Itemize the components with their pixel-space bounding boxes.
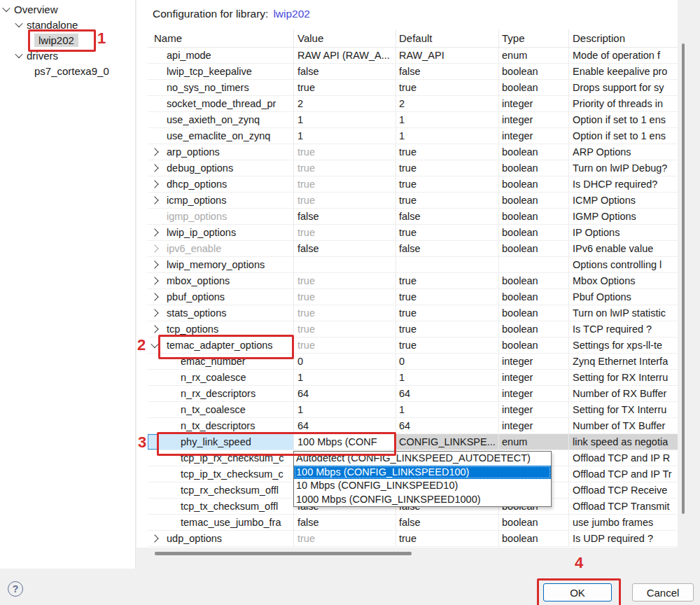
cell-text: true: [298, 307, 315, 319]
chevron-right-icon[interactable]: [150, 180, 158, 188]
cell-text: boolean: [502, 227, 538, 238]
column-header-type: Type: [499, 29, 569, 47]
type-cell: boolean: [499, 64, 569, 79]
chevron-right-icon[interactable]: [150, 228, 158, 236]
cell-text: tcp_ip_tx_checksum_c: [181, 468, 284, 480]
table-row-n_rx_coalesce[interactable]: n_rx_coalesce11integerSetting for RX Int…: [148, 370, 678, 386]
cell-text: n_tx_descriptors: [181, 420, 255, 431]
description-cell: Offload TCP and IP R: [569, 450, 678, 466]
chevron-right-icon[interactable]: [150, 534, 158, 542]
table-row-pbuf_options[interactable]: pbuf_optionstruetruebooleanPbuf Options: [148, 289, 678, 305]
cell-text: false: [399, 66, 421, 77]
table-row-mbox_options[interactable]: mbox_optionstruetruebooleanMbox Options: [148, 273, 678, 289]
table-row-use_emaclite_on_zynq[interactable]: use_emaclite_on_zynq11integerOption if s…: [148, 128, 678, 144]
default-cell: 1: [396, 112, 499, 127]
default-cell: true: [396, 160, 499, 176]
description-cell: Is UDP required ?: [569, 531, 678, 546]
cell-text: boolean: [502, 162, 538, 174]
name-cell: lwip_ip_options: [159, 225, 294, 240]
chevron-right-icon[interactable]: [150, 325, 158, 333]
table-row-debug_options[interactable]: debug_optionstruetruebooleanTurn on lwIP…: [148, 160, 678, 176]
table-row-arp_options[interactable]: arp_optionstruetruebooleanARP Options: [148, 144, 678, 160]
cell-text: Mode of operation f: [573, 50, 660, 61]
chevron-right-icon[interactable]: [150, 293, 158, 300]
table-row-dhcp_options[interactable]: dhcp_optionstruetruebooleanIs DHCP requi…: [148, 176, 678, 193]
cell-text: CONFIG_LINKSPE...: [399, 436, 496, 447]
annotation-number-1: 1: [97, 29, 106, 48]
table-row-temac_use_jumbo_fra[interactable]: temac_use_jumbo_frafalsefalsebooleanuse …: [148, 515, 678, 531]
row-gutter: [148, 96, 159, 111]
table-row-icmp_options[interactable]: icmp_optionstruetruebooleanICMP Options: [148, 193, 678, 209]
cell-text: Setting for RX Interru: [573, 372, 668, 383]
default-cell: true: [396, 273, 499, 288]
cell-text: Offload TCP and IP Tr: [573, 468, 672, 480]
cell-text: true: [298, 340, 315, 351]
chevron-right-icon[interactable]: [150, 148, 158, 155]
cell-text: use jumbo frames: [573, 517, 653, 528]
cell-text: integer: [502, 404, 533, 415]
help-button[interactable]: ?: [8, 581, 23, 597]
table-row-lwip_memory_options[interactable]: lwip_memory_optionsOptions controlling l: [148, 257, 678, 273]
cell-text: true: [298, 275, 315, 286]
cell-text: 2: [399, 98, 405, 109]
chevron-right-icon[interactable]: [150, 244, 158, 252]
value-cell: true: [294, 338, 396, 353]
chevron-down-icon[interactable]: [2, 4, 10, 12]
row-gutter: [148, 402, 159, 417]
cell-text: IP Options: [573, 227, 620, 238]
cell-text: 1: [399, 404, 405, 415]
table-row-api_mode[interactable]: api_modeRAW API (RAW_A...RAW_APIenumMode…: [148, 48, 678, 64]
table-row-stats_options[interactable]: stats_optionstruetruebooleanTurn on lwIP…: [148, 305, 678, 321]
name-cell: socket_mode_thread_pr: [159, 96, 294, 111]
table-row-use_axieth_on_zynq[interactable]: use_axieth_on_zynq11integerOption if set…: [148, 112, 678, 128]
name-cell: temac_use_jumbo_fra: [159, 515, 294, 530]
table-row-n_tx_coalesce[interactable]: n_tx_coalesce11integerSetting for TX Int…: [148, 402, 678, 418]
cell-text: Zynq Ethernet Interfa: [573, 356, 668, 367]
value-cell: true: [294, 321, 396, 337]
cell-text: 1: [298, 130, 303, 141]
table-row-socket_mode_thread_pr[interactable]: socket_mode_thread_pr22integerPriority o…: [148, 96, 678, 112]
default-cell: true: [396, 176, 499, 192]
chevron-right-icon[interactable]: [150, 260, 158, 268]
library-link[interactable]: lwip202: [273, 8, 310, 20]
cell-text: boolean: [502, 307, 538, 319]
row-gutter: [148, 386, 159, 401]
tree-item-ps7_cortexa9_0[interactable]: ps7_cortexa9_0: [0, 63, 135, 78]
cell-text: lwip_ip_options: [167, 227, 236, 238]
cell-text: IGMP Options: [573, 211, 636, 222]
table-row-udp_options[interactable]: udp_optionstruetruebooleanIs UDP require…: [148, 531, 678, 547]
type-cell: boolean: [499, 176, 569, 192]
dropdown-option[interactable]: 100 Mbps (CONFIG_LINKSPEED100): [294, 466, 551, 480]
table-row-ipv6_enable[interactable]: ipv6_enablefalsefalsebooleanIPv6 enable …: [148, 241, 678, 257]
cell-text: Offload TCP and IP R: [573, 452, 670, 464]
row-gutter: [148, 209, 159, 224]
table-row-igmp_options[interactable]: igmp_optionsfalsefalsebooleanIGMP Option…: [148, 209, 678, 225]
vertical-scrollbar[interactable]: [682, 43, 685, 514]
tree-item-Overview[interactable]: Overview: [0, 1, 135, 17]
dropdown-option[interactable]: 1000 Mbps (CONFIG_LINKSPEED1000): [294, 493, 551, 507]
chevron-right-icon[interactable]: [150, 196, 158, 204]
horizontal-scrollbar[interactable]: [155, 552, 412, 555]
description-cell: Offload TCP Transmit: [569, 499, 678, 514]
cancel-button[interactable]: Cancel: [632, 583, 694, 601]
chevron-down-icon[interactable]: [15, 50, 22, 58]
chevron-right-icon[interactable]: [150, 309, 158, 317]
chevron-right-icon[interactable]: [150, 164, 158, 172]
chevron-down-icon[interactable]: [15, 20, 22, 27]
table-row-n_rx_descriptors[interactable]: n_rx_descriptors6464integerNumber of RX …: [148, 386, 678, 402]
dropdown-option[interactable]: 10 Mbps (CONFIG_LINKSPEED10): [294, 479, 551, 493]
value-cell: true: [294, 160, 396, 176]
table-row-lwip_tcp_keepalive[interactable]: lwip_tcp_keepalivefalsefalsebooleanEnabl…: [148, 64, 678, 80]
chevron-down-icon[interactable]: [150, 340, 158, 348]
value-cell: true: [294, 273, 396, 288]
cell-text: false: [399, 211, 421, 222]
column-header-default: Default: [396, 29, 499, 47]
name-cell: use_axieth_on_zynq: [159, 112, 294, 127]
chevron-right-icon[interactable]: [150, 277, 158, 284]
default-cell: 64: [396, 386, 499, 401]
cell-text: Enable keepalive pro: [573, 66, 667, 77]
table-row-no_sys_no_timers[interactable]: no_sys_no_timerstruetruebooleanDrops sup…: [148, 80, 678, 96]
cell-text: RAW_API: [399, 50, 444, 61]
cell-text: boolean: [502, 146, 538, 158]
table-row-lwip_ip_options[interactable]: lwip_ip_optionstruetruebooleanIP Options: [148, 225, 678, 241]
